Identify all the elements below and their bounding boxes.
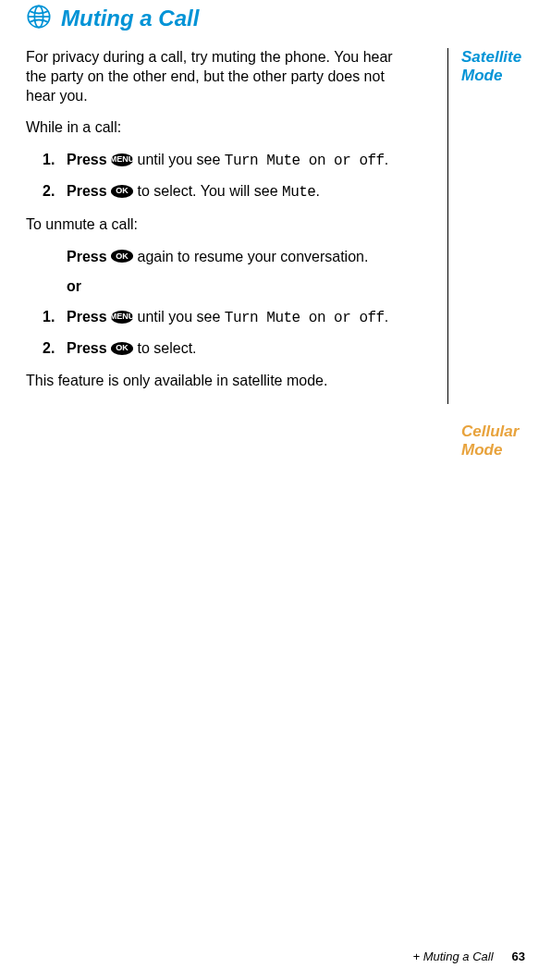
step-text: until you see — [133, 309, 225, 325]
globe-icon — [26, 4, 52, 33]
step-text: until you see — [133, 152, 225, 167]
heading-title: Muting a Call — [61, 6, 199, 31]
step-end: . — [385, 152, 388, 167]
step-body: Press OK to select. — [67, 339, 403, 359]
step-end: . — [385, 309, 388, 325]
step-1: 1. Press MENU until you see Turn Mute on… — [43, 151, 403, 171]
section-heading: Muting a Call — [0, 0, 551, 33]
or-block: or — [26, 277, 403, 297]
display-text: Turn Mute on or off — [225, 153, 385, 169]
display-text: Mute — [282, 184, 315, 201]
alt-step-1: 1. Press MENU until you see Turn Mute on… — [43, 308, 403, 328]
ok-key-icon: OK — [111, 185, 133, 198]
ok-key-icon: OK — [111, 342, 133, 355]
page-footer: + Muting a Call 63 — [412, 949, 525, 963]
step-number: 1. — [43, 308, 67, 328]
unmute-intro: To unmute a call: — [26, 215, 403, 235]
step-number: 2. — [43, 339, 67, 359]
step-text: to select. — [133, 340, 196, 356]
menu-key-icon: MENU — [111, 311, 133, 324]
intro-paragraph: For privacy during a call, try muting th… — [26, 48, 403, 105]
step-body: Press OK to select. You will see Mute. — [67, 182, 403, 202]
alt-step-2: 2. Press OK to select. — [43, 339, 403, 359]
satellite-mode-label: Satellite Mode — [461, 48, 533, 86]
press-label: Press — [67, 309, 111, 325]
or-label: or — [67, 278, 81, 294]
press-label: Press — [67, 340, 111, 356]
side-column: Satellite Mode Cellular Mode — [447, 48, 533, 404]
press-label: Press — [67, 249, 111, 264]
main-column: For privacy during a call, try muting th… — [26, 48, 447, 404]
label-line-2: Mode — [461, 67, 533, 85]
display-text: Turn Mute on or off — [225, 310, 385, 326]
while-in-call-label: While in a call: — [26, 118, 403, 138]
footer-section: + Muting a Call — [412, 949, 493, 963]
step-end: . — [315, 183, 319, 199]
step-2: 2. Press OK to select. You will see Mute… — [43, 182, 403, 202]
label-line-2: Mode — [461, 441, 519, 459]
content-wrapper: For privacy during a call, try muting th… — [0, 48, 551, 404]
step-number: 1. — [43, 151, 67, 171]
ok-key-icon: OK — [111, 250, 133, 263]
step-number: 2. — [43, 182, 67, 202]
label-line-1: Cellular — [461, 423, 519, 441]
unmute-alt-steps: 1. Press MENU until you see Turn Mute on… — [26, 308, 403, 359]
step-body: Press MENU until you see Turn Mute on or… — [67, 308, 403, 328]
step-body: Press MENU until you see Turn Mute on or… — [67, 151, 403, 171]
page-number: 63 — [512, 949, 525, 963]
menu-key-icon: MENU — [111, 153, 133, 166]
press-label: Press — [67, 152, 111, 167]
cellular-mode-label: Cellular Mode — [461, 423, 519, 460]
press-label: Press — [67, 183, 111, 199]
page: Muting a Call For privacy during a call,… — [0, 0, 551, 980]
unmute-press-block: Press OK again to resume your conversati… — [26, 248, 403, 267]
step-text: to select. You will see — [133, 183, 282, 199]
label-line-1: Satellite — [461, 48, 533, 67]
cellular-note: This feature is only available in satell… — [26, 372, 403, 391]
mute-steps: 1. Press MENU until you see Turn Mute on… — [26, 151, 403, 202]
unmute-text: again to resume your conversation. — [133, 249, 368, 264]
